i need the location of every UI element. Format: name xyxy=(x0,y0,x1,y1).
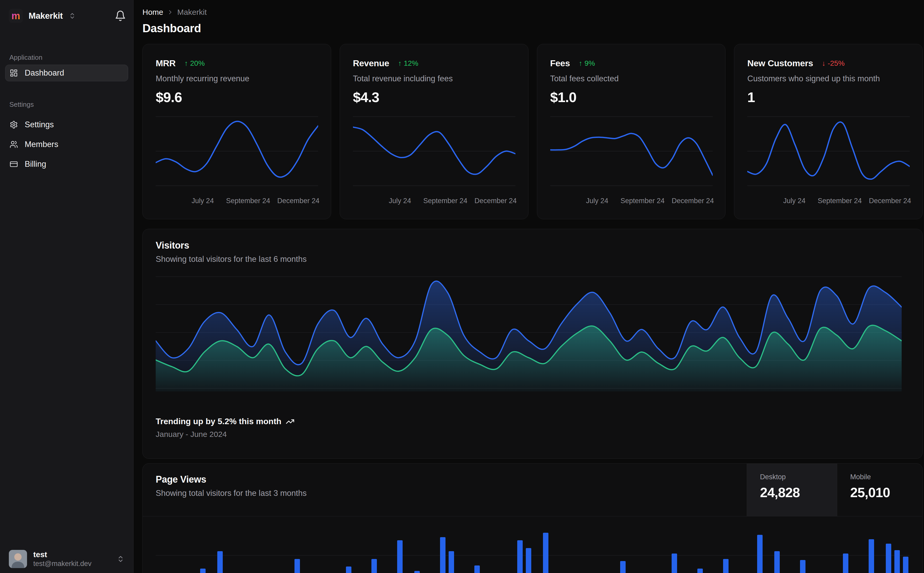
visitors-subtitle: Showing total visitors for the last 6 mo… xyxy=(156,255,910,264)
nav-section-settings: Settings xyxy=(9,100,128,108)
bar xyxy=(295,559,300,573)
stat-title: MRR xyxy=(156,58,176,68)
sidebar-item-label: Dashboard xyxy=(25,68,64,78)
revenue-sparkline-chart[interactable] xyxy=(353,116,515,186)
breadcrumb-home-link[interactable]: Home xyxy=(143,8,163,17)
trend-arrow-icon: ↑ xyxy=(185,59,188,67)
page-views-card: Page Views Showing total visitors for th… xyxy=(143,463,923,573)
x-tick: December 24 xyxy=(869,197,911,205)
fees-sparkline-chart[interactable] xyxy=(550,116,713,186)
x-tick: December 24 xyxy=(671,197,714,205)
desktop-value: 24,828 xyxy=(760,485,837,500)
trend-badge: ↑ 9% xyxy=(579,59,595,67)
sidebar-item-label: Billing xyxy=(25,160,46,169)
page-views-subtitle: Showing total visitors for the last 3 mo… xyxy=(156,488,747,498)
x-tick: September 24 xyxy=(818,197,862,205)
credit-card-icon xyxy=(9,160,18,168)
chevrons-up-down-icon xyxy=(69,12,76,19)
bar xyxy=(449,551,454,573)
visitors-date-range: January - June 2024 xyxy=(156,430,295,439)
visitors-footer: Trending up by 5.2% this month January -… xyxy=(156,416,295,439)
visitors-title: Visitors xyxy=(156,240,910,251)
bar xyxy=(723,559,728,573)
x-tick: September 24 xyxy=(620,197,665,205)
sidebar-item-members[interactable]: Members xyxy=(5,136,128,153)
chevrons-up-down-icon xyxy=(117,555,124,563)
bar xyxy=(474,565,480,573)
user-name: test xyxy=(33,550,91,559)
bar xyxy=(517,540,523,573)
stat-description: Total fees collected xyxy=(550,74,712,83)
trend-change: 9% xyxy=(585,59,595,67)
sidebar-item-billing[interactable]: Billing xyxy=(5,156,128,172)
x-tick: July 24 xyxy=(191,197,214,205)
bar xyxy=(894,550,900,573)
mobile-stat-toggle[interactable]: Mobile 25,010 xyxy=(837,463,922,516)
bar xyxy=(397,540,403,573)
stat-value: $9.6 xyxy=(156,89,318,105)
stat-title: Revenue xyxy=(353,58,389,68)
x-axis-labels: July 24 September 24 December 24 xyxy=(747,197,910,207)
sidebar-header: m Makerkit xyxy=(0,0,133,23)
bar xyxy=(843,554,849,573)
trend-change: -25% xyxy=(828,59,844,67)
page-views-header: Page Views Showing total visitors for th… xyxy=(143,463,922,517)
mobile-label: Mobile xyxy=(850,473,922,481)
x-axis-labels: July 24 September 24 December 24 xyxy=(550,197,712,207)
visitors-area-chart[interactable] xyxy=(156,276,902,393)
user-avatar xyxy=(9,550,27,568)
notifications-bell-button[interactable] xyxy=(115,10,126,22)
bar xyxy=(903,557,908,573)
bar xyxy=(346,567,351,573)
stat-card-revenue: Revenue ↑ 12% Total revenue including fe… xyxy=(340,44,529,219)
bar xyxy=(620,561,626,573)
bar xyxy=(697,568,703,573)
stat-value: $1.0 xyxy=(550,89,712,105)
sidebar-nav: Application Dashboard Settings Settings … xyxy=(0,53,133,172)
trend-badge: ↑ 20% xyxy=(185,59,205,67)
bar xyxy=(869,539,874,573)
bar xyxy=(774,551,780,573)
page-views-title: Page Views xyxy=(156,474,747,485)
desktop-stat-toggle[interactable]: Desktop 24,828 xyxy=(747,463,837,516)
page-views-bar-chart[interactable] xyxy=(156,517,910,573)
makerkit-logo: m xyxy=(9,9,23,23)
workspace-switcher[interactable]: m Makerkit xyxy=(9,9,76,23)
x-tick: December 24 xyxy=(277,197,319,205)
visitors-card: Visitors Showing total visitors for the … xyxy=(143,229,923,459)
sidebar-item-label: Settings xyxy=(25,120,54,129)
sidebar-item-settings[interactable]: Settings xyxy=(5,116,128,133)
bar xyxy=(800,560,805,573)
stat-cards-row: MRR ↑ 20% Monthly recurring revenue $9.6… xyxy=(143,44,923,219)
trend-badge: ↑ 12% xyxy=(398,59,418,67)
sidebar-item-dashboard[interactable]: Dashboard xyxy=(5,65,128,81)
bar xyxy=(757,535,762,573)
bell-icon xyxy=(115,10,126,22)
stat-card-new-customers: New Customers ↓ -25% Customers who signe… xyxy=(734,44,923,219)
visitors-trend-text: Trending up by 5.2% this month xyxy=(156,416,281,426)
bar xyxy=(440,537,446,573)
bar xyxy=(671,554,677,573)
x-tick: July 24 xyxy=(389,197,411,205)
trend-change: 20% xyxy=(190,59,205,67)
nav-section-application: Application xyxy=(9,53,128,61)
user-menu[interactable]: test test@makerkit.dev xyxy=(0,545,133,573)
stat-title: Fees xyxy=(550,58,570,68)
x-tick: September 24 xyxy=(423,197,467,205)
user-email: test@makerkit.dev xyxy=(33,559,91,568)
trending-up-icon xyxy=(286,417,295,426)
x-axis-labels: July 24 September 24 December 24 xyxy=(156,197,318,207)
page-title: Dashboard xyxy=(143,22,923,35)
new-customers-sparkline-chart[interactable] xyxy=(747,116,910,186)
x-tick: December 24 xyxy=(475,197,517,205)
trend-change: 12% xyxy=(404,59,418,67)
mrr-sparkline-chart[interactable] xyxy=(156,116,318,186)
stat-description: Monthly recurring revenue xyxy=(156,74,318,83)
stat-card-fees: Fees ↑ 9% Total fees collected $1.0 July… xyxy=(537,44,726,219)
gear-icon xyxy=(9,121,18,129)
chevron-right-icon xyxy=(167,9,174,16)
bar xyxy=(372,559,377,573)
breadcrumb-current: Makerkit xyxy=(177,8,207,17)
stat-value: $4.3 xyxy=(353,89,515,105)
main-content: Home Makerkit Dashboard MRR ↑ 20% Monthl… xyxy=(133,0,924,573)
